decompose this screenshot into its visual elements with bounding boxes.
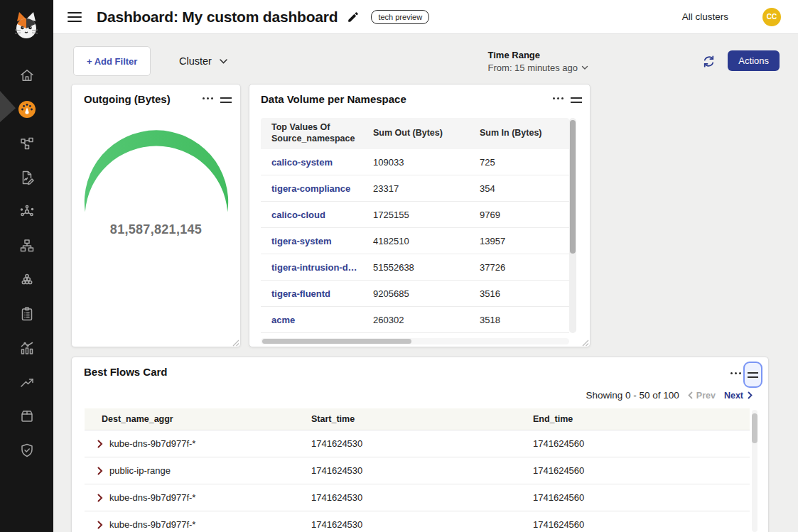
expand-row-icon[interactable] [97, 440, 103, 448]
expand-row-icon[interactable] [97, 467, 103, 475]
refresh-button[interactable] [701, 54, 716, 69]
sum-in-value: 725 [480, 157, 569, 168]
sidebar-item-home[interactable] [0, 58, 53, 92]
sidebar-item-compliance[interactable] [0, 297, 53, 331]
sum-out-value: 1725155 [373, 210, 480, 220]
sum-out-value: 109033 [373, 157, 480, 168]
vertical-scrollbar [752, 410, 757, 532]
cluster-selector[interactable]: All clusters [682, 11, 728, 22]
namespace-link[interactable]: tigera-system [271, 236, 373, 246]
card-resize-handle[interactable] [232, 340, 239, 347]
namespace-link[interactable]: tigera-fluentd [271, 288, 373, 299]
horizontal-scrollbar [261, 338, 569, 344]
time-range-label: Time Range [488, 50, 588, 60]
card-menu-icon[interactable] [728, 369, 744, 377]
page-title: Dashboard: My custom dashboard [97, 9, 338, 26]
cluster-dropdown-label: Cluster [179, 55, 212, 67]
card-menu-icon[interactable] [550, 94, 566, 102]
sidebar-item-dashboard[interactable] [0, 92, 53, 126]
sidebar-item-policies[interactable] [0, 161, 53, 195]
namespace-link[interactable]: calico-system [271, 157, 373, 168]
table-row: public-ip-range 1741624530 1741624560 [85, 457, 750, 484]
card-drag-handle-selected[interactable] [743, 362, 762, 388]
start-time: 1741624530 [311, 519, 533, 530]
scrollbar-thumb[interactable] [570, 120, 576, 254]
card-menu-icon[interactable] [200, 94, 216, 102]
card-drag-handle-icon[interactable] [217, 94, 234, 106]
scrollbar-thumb[interactable] [752, 413, 757, 443]
scrollbar-thumb[interactable] [262, 339, 411, 344]
add-filter-button[interactable]: + Add Filter [73, 46, 151, 76]
card-title: Outgoing (Bytes) [84, 93, 171, 105]
dest-name: kube-dns-9b7d977f-* [109, 438, 195, 449]
refresh-icon [701, 54, 716, 69]
edit-dashboard-icon[interactable] [347, 11, 360, 23]
sidebar-item-endpoints[interactable] [0, 229, 53, 263]
time-range-value-dropdown[interactable]: From: 15 minutes ago [488, 63, 588, 73]
prev-page-button[interactable]: Prev [688, 391, 716, 401]
table-row: acme 260302 3518 [261, 307, 569, 333]
chevron-right-icon [748, 391, 753, 399]
table-row: tigera-system 4182510 13957 [261, 228, 569, 254]
column-header: Sum Out (Bytes) [373, 128, 480, 139]
end-time: 1741624560 [533, 465, 750, 476]
card-resize-handle[interactable] [582, 340, 589, 347]
sidebar-item-service-graph[interactable] [0, 126, 53, 161]
dest-name: public-ip-range [109, 465, 171, 476]
best-flows-table: Dest_name_aggr Start_time End_time kube-… [85, 408, 750, 532]
filter-bar: + Add Filter Cluster Time Range From: 15… [53, 34, 798, 84]
column-header: End_time [533, 414, 750, 424]
card-title: Best Flows Card [84, 366, 168, 378]
calico-cat-logo[interactable] [11, 10, 42, 44]
sidebar-item-security[interactable] [0, 433, 53, 467]
gauge-arc [85, 130, 228, 212]
data-volume-card: Data Volume per Namespace Top Values Of … [249, 84, 591, 347]
data-volume-table: Top Values Of Source_namespace Sum Out (… [261, 118, 569, 333]
table-row: tigera-compliance 23317 354 [261, 175, 569, 202]
sidebar [0, 0, 53, 532]
threats-icon [18, 374, 36, 391]
namespace-link[interactable]: tigera-compliance [271, 183, 373, 194]
end-time: 1741624560 [533, 519, 750, 530]
expand-row-icon[interactable] [97, 521, 103, 529]
sum-in-value: 13957 [480, 236, 569, 246]
vertical-scrollbar [569, 118, 576, 333]
card-title: Data Volume per Namespace [261, 93, 406, 105]
column-header: Sum In (Bytes) [480, 128, 569, 139]
sum-out-value: 51552638 [373, 262, 480, 273]
start-time: 1741624530 [311, 438, 533, 449]
home-icon [18, 67, 36, 84]
table-row: kube-dns-9b7d977f-* 1741624530 174162456… [85, 511, 750, 532]
start-time: 1741624530 [311, 492, 533, 503]
hamburger-menu-icon[interactable] [68, 12, 82, 22]
sidebar-item-image-assurance[interactable] [0, 399, 53, 433]
tech-preview-badge: tech preview [371, 10, 429, 24]
table-row: kube-dns-9b7d977f-* 1741624530 174162456… [85, 430, 750, 457]
next-page-button[interactable]: Next [724, 391, 753, 401]
clusters-icon [18, 271, 36, 288]
chevron-left-icon [688, 391, 693, 399]
sidebar-item-nodes[interactable] [0, 195, 53, 229]
best-flows-card: Best Flows Card Showing 0 - 50 of 100 Pr… [71, 357, 769, 532]
namespace-link[interactable]: calico-cloud [271, 210, 373, 220]
activity-icon [18, 340, 36, 357]
actions-button[interactable]: Actions [728, 50, 780, 71]
table-header-row: Dest_name_aggr Start_time End_time [85, 408, 750, 430]
column-header: Top Values Of Source_namespace [261, 122, 373, 144]
user-avatar[interactable]: CC [762, 8, 781, 26]
namespace-link[interactable]: acme [271, 315, 373, 325]
dest-name: kube-dns-9b7d977f-* [109, 492, 195, 503]
sidebar-item-threats[interactable] [0, 365, 53, 399]
table-row: tigera-intrusion-d… 51552638 37726 [261, 254, 569, 281]
cluster-filter-dropdown[interactable]: Cluster [171, 46, 237, 76]
pagination-status: Showing 0 - 50 of 100 [586, 390, 679, 401]
table-header-row: Top Values Of Source_namespace Sum Out (… [261, 118, 569, 149]
end-time: 1741624560 [533, 492, 750, 503]
sidebar-item-clusters[interactable] [0, 263, 53, 297]
table-row: calico-system 109033 725 [261, 149, 569, 175]
namespace-link[interactable]: tigera-intrusion-d… [271, 262, 373, 273]
expand-row-icon[interactable] [97, 494, 103, 502]
sidebar-item-activity[interactable] [0, 331, 53, 365]
card-drag-handle-icon[interactable] [568, 94, 585, 106]
nodes-icon [18, 203, 36, 220]
